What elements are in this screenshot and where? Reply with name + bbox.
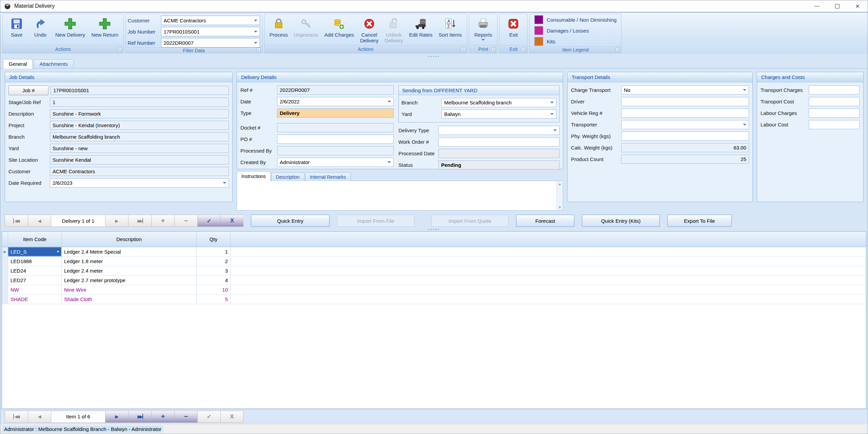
created-by-select[interactable]: Administrator [277,158,394,167]
add-charges-button[interactable]: Add Charges [321,15,357,45]
scroll-up-icon[interactable]: ▲ [558,182,561,186]
delivery-nav-next-button[interactable]: ▶ [105,215,128,227]
column-header-qty[interactable]: Qty [197,232,231,247]
charge-transport-select[interactable]: No [621,85,749,95]
quick-entry-button[interactable]: Quick Entry [251,215,330,227]
item-nav-last-button[interactable]: ▶▶ [128,411,151,423]
processed-by-field[interactable] [277,146,394,155]
delivery-nav-add-button[interactable]: + [151,215,174,227]
dialog-launcher-icon[interactable]: ↘ [461,47,466,52]
item-code-cell-editor[interactable]: LED_S [8,247,62,256]
ref-number-select[interactable]: 2022DR0007 [161,38,260,47]
save-button[interactable]: Save [5,15,28,45]
item-nav-commit-button[interactable]: ✓ [197,411,220,423]
scroll-down-icon[interactable]: ▼ [558,205,561,209]
calc-weight-field: 63.00 [621,143,749,152]
sending-branch-select[interactable]: Melbourne Scaffolding branch [441,98,556,107]
delivery-nav-commit-button[interactable]: ✓ [197,215,220,227]
import-from-quote-button[interactable]: Import From Quote [431,215,509,227]
tab-description[interactable]: Description [271,173,304,181]
item-nav-add-button[interactable]: + [151,411,174,423]
tab-general[interactable]: General [3,59,33,68]
new-return-button[interactable]: New Return [88,15,121,45]
project-field[interactable]: Sunshine - Kendal (Inventory) [50,121,229,130]
job-number-select[interactable]: 17PR0010S001 [161,27,260,36]
delivery-nav-cancel-button[interactable]: X [220,215,243,227]
delivery-nav-last-button[interactable]: ▶▶ [128,215,151,227]
quick-entry-kits-button[interactable]: Quick Entry (Kits) [582,215,660,227]
transport-cost-field[interactable] [809,97,860,106]
po-field[interactable] [277,135,394,144]
minimize-button[interactable] [807,0,827,12]
column-header-item-code[interactable]: Item Code [8,232,62,247]
delivery-nav-first-button[interactable]: ◀◀ [5,215,28,227]
delivery-nav-prev-button[interactable]: ◀ [28,215,51,227]
transporter-select[interactable] [621,120,749,129]
cancel-delivery-button[interactable]: Cancel Delivery [357,15,381,45]
docket-field[interactable] [277,123,394,132]
item-nav-prev-button[interactable]: ◀ [28,411,51,423]
item-nav-first-button[interactable]: ◀◀ [5,411,28,423]
unlock-delivery-button[interactable]: Unlock Delivery [381,15,406,45]
dialog-launcher-icon[interactable]: ↘ [615,47,620,52]
tab-instructions[interactable]: Instructions [237,171,271,181]
export-to-file-button[interactable]: Export To File [667,215,732,227]
yard-field[interactable]: Sunshine - new [50,144,229,153]
new-delivery-button[interactable]: New Delivery [52,15,88,45]
vehicle-reg-field[interactable] [621,108,749,118]
dialog-launcher-icon[interactable]: ↘ [118,47,122,52]
tab-internal-remarks[interactable]: Internal Remarks [305,173,351,181]
processed-date-field[interactable] [438,149,559,158]
ref-field[interactable]: 2022DR0007 [277,85,394,95]
table-row[interactable]: LED27 Ledger 2.7 meter prototype 4 [2,276,866,285]
stage-job-ref-field[interactable]: 1 [50,98,229,107]
instructions-textarea[interactable] [237,181,556,210]
item-nav-next-button[interactable]: ▶ [105,411,128,423]
work-order-field[interactable] [438,137,559,146]
sort-items-button[interactable]: AZ Sort Items [436,15,465,45]
table-row[interactable]: SHADE Shade Cloth 5 [2,295,866,304]
customer-select[interactable]: ACME Contractors [161,16,260,25]
type-field[interactable]: Delivery [277,108,394,118]
restore-button[interactable] [827,0,847,12]
table-row[interactable]: LED24 Ledger 2.4 meter 3 [2,266,866,276]
delivery-type-select[interactable] [438,126,559,135]
tab-attachments[interactable]: Attachments [34,59,73,68]
date-required-select[interactable]: 2/6/2023 [50,178,229,188]
edit-rates-button[interactable]: Edit Rates [406,15,435,45]
labour-cost-field[interactable] [809,120,860,129]
textarea-scrollbar[interactable]: ▲▼ [556,181,563,210]
process-button[interactable]: Process [267,15,291,45]
description-field[interactable]: Sunshine - Formwork [50,109,229,118]
driver-field[interactable] [621,97,749,106]
item-nav-cancel-button[interactable]: X [220,411,243,423]
dialog-launcher-icon[interactable]: ↘ [491,47,496,52]
splitter-grip[interactable]: ••••• [0,227,868,231]
delivery-nav-delete-button[interactable]: − [174,215,197,227]
table-row[interactable]: ▶ LED_S Ledger 2.4 Metre Special 1 [2,247,866,257]
exit-button[interactable]: Exit [501,15,525,45]
job-number-field[interactable]: 17PR0010S001 [51,86,229,95]
labour-charges-field[interactable] [809,108,860,118]
branch-field[interactable]: Melbourne Scaffolding branch [50,132,229,141]
undo-button[interactable]: Undo [28,15,52,45]
column-header-description[interactable]: Description [62,232,197,247]
import-from-file-button[interactable]: Import From File [337,215,414,227]
close-button[interactable]: × [847,0,868,12]
table-row[interactable]: NW Nine Wire 10 [2,285,866,295]
unprocess-button[interactable]: Unprocess [291,15,321,45]
site-location-field[interactable]: Sunshine Kendal [50,155,229,164]
transport-charges-field[interactable] [809,85,860,95]
forecast-button[interactable]: Forecast [516,215,574,227]
date-select[interactable]: 2/6/2022 [277,97,394,106]
ribbon-collapse-grip[interactable]: ••••• [0,54,868,58]
dialog-launcher-icon[interactable]: ↘ [521,47,526,52]
item-nav-delete-button[interactable]: − [174,411,197,423]
reports-button[interactable]: Reports [471,15,495,45]
sending-yard-select[interactable]: Balwyn [441,110,556,119]
dialog-launcher-icon[interactable]: ↘ [256,47,261,52]
phy-weight-field[interactable] [621,132,749,141]
table-row[interactable]: LED1888 Ledger 1.8 meter 2 [2,257,866,266]
customer-field[interactable]: ACME Contractors [50,167,229,176]
job-number-button[interactable]: Job # [8,85,48,95]
